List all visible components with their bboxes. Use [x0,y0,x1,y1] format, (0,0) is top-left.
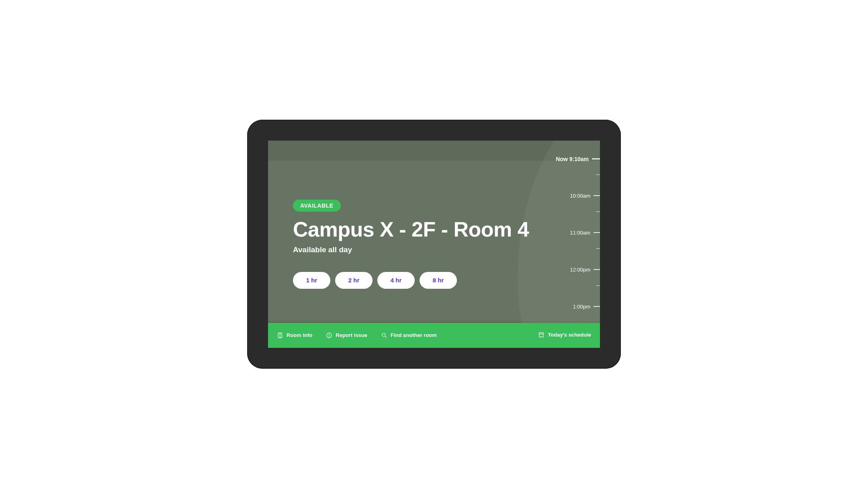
bottom-bar: Room info Report issue [268,323,600,348]
search-icon [381,332,387,339]
timeline-tick-icon [592,158,600,159]
timeline-hour-label: 12:00pm [570,267,590,273]
room-info-label: Room info [287,332,312,338]
bottom-bar-right: Today's schedule [538,331,591,339]
timeline-hour: 10:00am [570,193,600,199]
stage: AVAILABLE Campus X - 2F - Room 4 Availab… [0,0,868,488]
status-badge: AVAILABLE [293,200,341,212]
timeline-minor-tick [596,211,600,212]
timeline-minor-tick [596,248,600,249]
timeline-tick-icon [594,195,600,196]
alert-icon [326,332,332,339]
svg-point-4 [329,337,330,337]
report-issue-button[interactable]: Report issue [326,332,367,339]
duration-button-8hr[interactable]: 8 hr [420,272,457,289]
timeline-minor-tick [596,174,600,175]
timeline-minor-tick [596,285,600,286]
duration-button-2hr[interactable]: 2 hr [335,272,373,289]
timeline-tick-icon [594,269,600,270]
timeline-hour-label: 1:00pm [573,304,590,310]
report-issue-label: Report issue [336,332,367,338]
find-room-button[interactable]: Find another room [381,332,437,339]
svg-point-5 [382,333,385,336]
timeline-hour: 1:00pm [573,304,600,310]
timeline-now-label: Now 9:10am [556,156,589,162]
timeline-tick-icon [596,174,600,175]
tablet-frame: AVAILABLE Campus X - 2F - Room 4 Availab… [247,120,621,369]
timeline-hour-label: 10:00am [570,193,590,199]
timeline-hour: 12:00pm [570,267,600,273]
duration-button-4hr[interactable]: 4 hr [377,272,415,289]
svg-rect-7 [539,333,544,337]
svg-line-6 [385,336,387,338]
door-icon [277,332,283,339]
room-info-button[interactable]: Room info [277,332,312,339]
timeline-tick-icon [596,211,600,212]
timeline-tick-icon [596,285,600,286]
timeline-hour: 11:00am [570,230,600,236]
timeline: Now 9:10am 10:00am 11:00am 12:00pm [548,141,600,323]
timeline-now: Now 9:10am [556,156,600,162]
timeline-tick-icon [594,232,600,233]
todays-schedule-button[interactable]: Today's schedule [538,331,591,338]
timeline-hour-label: 11:00am [570,230,590,236]
calendar-icon [538,331,545,338]
find-room-label: Find another room [391,332,437,338]
schedule-label: Today's schedule [548,332,591,338]
status-badge-label: AVAILABLE [300,202,334,209]
duration-button-1hr[interactable]: 1 hr [293,272,330,289]
timeline-tick-icon [596,248,600,249]
timeline-tick-icon [594,306,600,307]
bottom-bar-left: Room info Report issue [277,332,437,339]
screen: AVAILABLE Campus X - 2F - Room 4 Availab… [268,141,600,348]
